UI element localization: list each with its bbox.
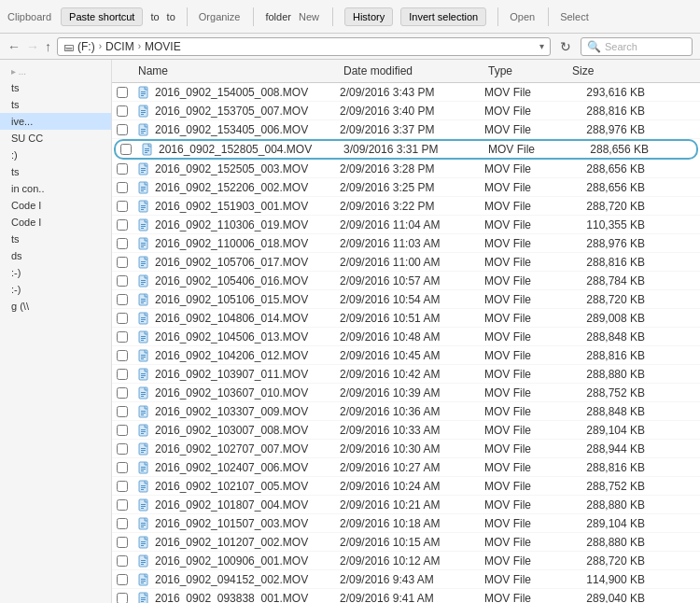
refresh-icon[interactable]: ↻ [556, 37, 575, 56]
separator5 [548, 7, 549, 26]
col-header-type[interactable]: Type [483, 63, 567, 79]
file-row[interactable]: 2016_0902_151903_001.MOV2/09/2016 3:22 P… [112, 197, 700, 216]
search-box[interactable]: 🔍 Search [581, 37, 693, 56]
col-header-date[interactable]: Date modified [338, 63, 483, 79]
sidebar-item-14[interactable]: g (\\ [0, 298, 111, 315]
file-checkbox[interactable] [112, 462, 133, 473]
file-checkbox[interactable] [112, 219, 133, 231]
file-row[interactable]: 2016_0902_102407_006.MOV2/09/2016 10:27 … [112, 458, 700, 477]
history-button[interactable]: History [344, 7, 393, 26]
nav-back-icon[interactable]: ← [7, 39, 21, 54]
file-checkbox[interactable] [112, 163, 133, 175]
file-row[interactable]: 2016_0902_100906_001.MOV2/09/2016 10:12 … [112, 552, 700, 570]
file-row[interactable]: 2016_0902_110306_019.MOV2/09/2016 11:04 … [112, 216, 700, 234]
file-checkbox[interactable] [112, 481, 133, 492]
sidebar-item-13[interactable]: :-) [0, 281, 111, 298]
sidebar-item-1[interactable]: ts [0, 79, 111, 96]
file-row[interactable]: 2016_0902_102107_005.MOV2/09/2016 10:24 … [112, 477, 700, 496]
file-row[interactable]: 2016_0902_103607_010.MOV2/09/2016 10:39 … [112, 384, 700, 402]
file-type-icon [136, 442, 153, 456]
file-checkbox[interactable] [112, 387, 133, 399]
file-row[interactable]: 2016_0902_101807_004.MOV2/09/2016 10:21 … [112, 496, 700, 514]
file-checkbox[interactable] [112, 574, 133, 585]
invert-selection-button[interactable]: Invert selection [400, 7, 486, 26]
file-row[interactable]: 2016_0902_152206_002.MOV2/09/2016 3:25 P… [112, 178, 700, 197]
file-row[interactable]: 2016_0902_102707_007.MOV2/09/2016 10:30 … [112, 440, 700, 458]
file-row[interactable]: 2016_0902_154005_008.MOV2/09/2016 3:43 P… [112, 83, 700, 102]
svg-rect-110 [141, 599, 146, 600]
file-row[interactable]: 2016_0902_104206_012.MOV2/09/2016 10:45 … [112, 346, 700, 365]
file-checkbox[interactable] [112, 257, 133, 268]
sidebar-item-9[interactable]: Code I [0, 214, 111, 231]
file-row[interactable]: 2016_0902_105406_016.MOV2/09/2016 10:57 … [112, 272, 700, 290]
file-checkbox[interactable] [112, 406, 133, 417]
col-header-size[interactable]: Size [567, 63, 651, 79]
address-path[interactable]: 🖴 (F:) › DCIM › MOVIE ▾ [57, 37, 551, 56]
file-row[interactable]: 2016_0902_104506_013.MOV2/09/2016 10:48 … [112, 328, 700, 346]
file-row[interactable]: 2016_0902_094152_002.MOV2/09/2016 9:43 A… [112, 570, 700, 589]
sidebar-item-8[interactable]: Code I [0, 197, 111, 214]
file-row[interactable]: 2016_0902_103307_009.MOV2/09/2016 10:36 … [112, 402, 700, 421]
svg-rect-99 [141, 545, 144, 546]
file-checkbox[interactable] [112, 182, 133, 193]
svg-rect-103 [141, 564, 144, 565]
sidebar-item-0[interactable]: ▸ ... [0, 63, 111, 79]
file-checkbox[interactable] [112, 201, 133, 212]
path-dropdown[interactable]: ▾ [539, 41, 544, 51]
file-row[interactable]: 2016_0902_093838_001.MOV2/09/2016 9:41 A… [112, 589, 700, 603]
col-header-name[interactable]: Name [133, 63, 338, 79]
file-date: 2/09/2016 10:36 AM [340, 405, 484, 418]
file-checkbox[interactable] [112, 294, 133, 305]
to-label2: to [167, 11, 175, 22]
file-row[interactable]: 2016_0902_110006_018.MOV2/09/2016 11:03 … [112, 234, 700, 253]
file-type: MOV File [484, 218, 568, 231]
sidebar-item-3[interactable]: ive... [0, 113, 111, 130]
sidebar-item-4[interactable]: SU CC [0, 130, 111, 147]
paste-shortcut-button[interactable]: Paste shortcut [61, 7, 143, 26]
file-checkbox[interactable] [112, 499, 133, 511]
file-type: MOV File [484, 256, 568, 269]
svg-rect-61 [141, 373, 146, 374]
file-checkbox[interactable] [112, 331, 133, 343]
file-checkbox[interactable] [112, 238, 133, 249]
file-checkbox[interactable] [112, 124, 133, 135]
file-checkbox[interactable] [112, 443, 133, 455]
sidebar-item-12[interactable]: :-) [0, 264, 111, 281]
sidebar-item-5[interactable]: :) [0, 147, 111, 163]
file-row[interactable]: 2016_0902_103007_008.MOV2/09/2016 10:33 … [112, 421, 700, 440]
file-checkbox[interactable] [112, 313, 133, 324]
file-checkbox[interactable] [112, 555, 133, 567]
file-row[interactable]: 2016_0902_152805_004.MOV3/09/2016 3:31 P… [114, 139, 698, 160]
file-size: 288,848 KB [568, 405, 652, 418]
svg-rect-27 [141, 209, 144, 210]
file-row[interactable]: 2016_0902_101207_002.MOV2/09/2016 10:15 … [112, 533, 700, 552]
file-row[interactable]: 2016_0902_105706_017.MOV2/09/2016 11:00 … [112, 253, 700, 272]
sidebar-item-2[interactable]: ts [0, 96, 111, 113]
file-checkbox[interactable] [112, 369, 133, 380]
file-row[interactable]: 2016_0902_101507_003.MOV2/09/2016 10:18 … [112, 514, 700, 533]
file-row[interactable]: 2016_0902_104806_014.MOV2/09/2016 10:51 … [112, 309, 700, 328]
file-checkbox[interactable] [112, 425, 133, 436]
file-row[interactable]: 2016_0902_103907_011.MOV2/09/2016 10:42 … [112, 365, 700, 384]
file-row[interactable]: 2016_0902_153705_007.MOV2/09/2016 3:40 P… [112, 102, 700, 120]
file-row[interactable]: 2016_0902_153405_006.MOV2/09/2016 3:37 P… [112, 120, 700, 139]
file-row[interactable]: 2016_0902_105106_015.MOV2/09/2016 10:54 … [112, 290, 700, 309]
file-checkbox[interactable] [112, 87, 133, 98]
file-checkbox[interactable] [112, 275, 133, 287]
file-checkbox[interactable] [116, 144, 136, 155]
sidebar-item-6[interactable]: ts [0, 163, 111, 180]
file-row[interactable]: 2016_0902_152505_003.MOV2/09/2016 3:28 P… [112, 160, 700, 178]
file-size: 288,880 KB [568, 498, 652, 512]
file-checkbox[interactable] [112, 105, 133, 117]
nav-up-icon[interactable]: ↑ [45, 39, 51, 54]
file-date: 2/09/2016 10:54 AM [340, 293, 484, 306]
file-checkbox[interactable] [112, 593, 133, 604]
file-checkbox[interactable] [112, 518, 133, 529]
sidebar-item-10[interactable]: ts [0, 231, 111, 247]
sidebar-item-7[interactable]: in con.. [0, 180, 111, 197]
file-checkbox[interactable] [112, 350, 133, 361]
sidebar-item-11[interactable]: ds [0, 247, 111, 264]
file-name: 2016_0902_104506_013.MOV [153, 330, 340, 344]
file-checkbox[interactable] [112, 537, 133, 548]
nav-forward-icon[interactable]: → [26, 39, 39, 54]
